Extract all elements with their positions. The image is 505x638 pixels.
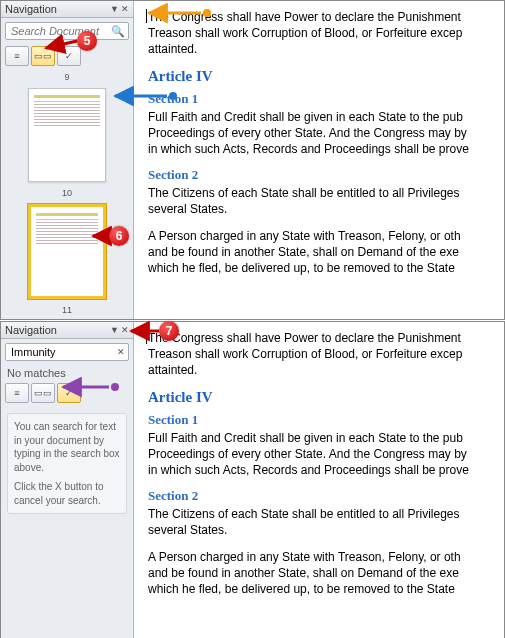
text-cursor bbox=[146, 9, 147, 23]
nav-tabs: ≡ ▭▭ ✓ bbox=[5, 46, 129, 66]
dropdown-icon[interactable]: ▼ bbox=[110, 325, 119, 335]
document-area[interactable]: The Congress shall have Power to declare… bbox=[134, 1, 504, 319]
article-heading[interactable]: Article IV bbox=[148, 68, 504, 85]
nav-pane-header: Navigation ▼ ✕ bbox=[1, 322, 133, 339]
page-number-label: 11 bbox=[62, 305, 72, 315]
clear-search-icon[interactable]: ✕ bbox=[117, 347, 125, 357]
body-text[interactable]: The Citizens of each State shall be enti… bbox=[148, 506, 504, 538]
hint-text: Click the X button to cancel your search… bbox=[14, 480, 120, 507]
tab-pages[interactable]: ▭▭ bbox=[31, 46, 55, 66]
nav-tabs: ≡ ▭▭ ✓ bbox=[5, 383, 129, 403]
close-pane-icon[interactable]: ✕ bbox=[121, 4, 129, 14]
document-area[interactable]: The Congress shall have Power to declare… bbox=[134, 322, 504, 638]
section-heading[interactable]: Section 2 bbox=[148, 488, 504, 504]
body-text[interactable]: A Person charged in any State with Treas… bbox=[148, 549, 504, 598]
body-text[interactable]: Full Faith and Credit shall be given in … bbox=[148, 430, 504, 479]
page-thumbnail-9[interactable] bbox=[28, 88, 106, 182]
close-pane-icon[interactable]: ✕ bbox=[121, 325, 129, 335]
navigation-pane: Navigation ▼ ✕ ✕ No matches ≡ ▭▭ ✓ You c… bbox=[1, 322, 134, 638]
text-cursor bbox=[146, 330, 147, 344]
body-text[interactable]: The Congress shall have Power to declare… bbox=[148, 330, 504, 379]
search-box[interactable]: ✕ bbox=[5, 343, 129, 361]
nav-pane-header: Navigation ▼ ✕ bbox=[1, 1, 133, 18]
tab-headings[interactable]: ≡ bbox=[5, 383, 29, 403]
hint-text: You can search for text in your document… bbox=[14, 420, 120, 474]
search-box[interactable]: 🔍 bbox=[5, 22, 129, 40]
article-heading[interactable]: Article IV bbox=[148, 389, 504, 406]
search-input[interactable] bbox=[9, 24, 111, 38]
search-input[interactable] bbox=[9, 345, 117, 359]
nav-pane-title: Navigation bbox=[5, 324, 57, 336]
page-thumbnail-10-selected[interactable] bbox=[28, 204, 106, 299]
no-matches-label: No matches bbox=[1, 365, 133, 381]
page-thumbnails: 9 10 11 bbox=[1, 68, 133, 319]
tab-pages[interactable]: ▭▭ bbox=[31, 383, 55, 403]
body-text[interactable]: A Person charged in any State with Treas… bbox=[148, 228, 504, 277]
section-heading[interactable]: Section 1 bbox=[148, 412, 504, 428]
page-number-label: 9 bbox=[64, 72, 69, 82]
navigation-pane: Navigation ▼ ✕ 🔍 ≡ ▭▭ ✓ 9 10 bbox=[1, 1, 134, 319]
page-number-label: 10 bbox=[62, 188, 72, 198]
search-hint: You can search for text in your document… bbox=[7, 413, 127, 514]
section-heading[interactable]: Section 2 bbox=[148, 167, 504, 183]
section-heading[interactable]: Section 1 bbox=[148, 91, 504, 107]
dropdown-icon[interactable]: ▼ bbox=[110, 4, 119, 14]
nav-pane-title: Navigation bbox=[5, 3, 57, 15]
search-icon[interactable]: 🔍 bbox=[111, 25, 125, 38]
body-text[interactable]: The Citizens of each State shall be enti… bbox=[148, 185, 504, 217]
tab-results[interactable]: ✓ bbox=[57, 383, 81, 403]
body-text[interactable]: The Congress shall have Power to declare… bbox=[148, 9, 504, 58]
body-text[interactable]: Full Faith and Credit shall be given in … bbox=[148, 109, 504, 158]
tab-results[interactable]: ✓ bbox=[57, 46, 81, 66]
tab-headings[interactable]: ≡ bbox=[5, 46, 29, 66]
